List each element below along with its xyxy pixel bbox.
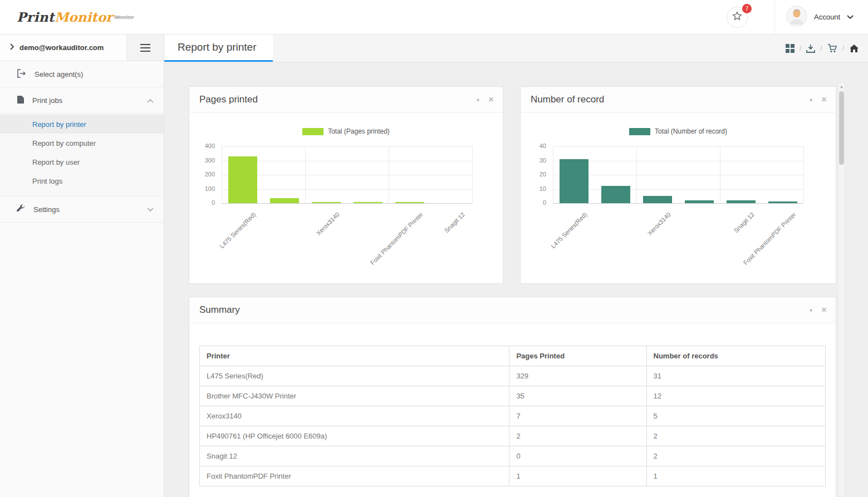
table-cell: 2 [646, 426, 825, 446]
column-header: Number of records [646, 346, 825, 366]
y-axis-tick: 30 [521, 157, 546, 164]
close-panel-icon[interactable]: ✕ [821, 96, 827, 104]
collapse-panel-icon[interactable]: ▾ [810, 97, 812, 103]
bar-snagit-12 [727, 200, 756, 203]
table-cell: 12 [646, 386, 825, 406]
cart-icon[interactable] [827, 44, 837, 53]
y-axis-tick: 400 [189, 142, 215, 149]
panel-pages-printed: Pages printed ▾ ✕ Total (Pages printed) [189, 86, 503, 284]
toolbar-separator: / [842, 45, 844, 52]
logo-text-monitor: Monitor [55, 9, 112, 24]
legend-label: Total (Pages printed) [328, 127, 390, 135]
pages-printed-chart: Total (Pages printed) L475 Series(Red)Xe… [189, 113, 503, 284]
scrollbar-thumb[interactable] [839, 91, 844, 165]
table-row: Xerox314075 [200, 406, 826, 426]
sidebar-item-label: Settings [33, 205, 139, 214]
bar-hp490761-hp-officejet-6000-e609a [354, 202, 382, 203]
layout: demo@workauditor.com Select agent(s) Pri… [0, 35, 868, 497]
panel-number-of-record: Number of record ▾ ✕ Total (Number of re… [520, 86, 836, 284]
bar-l475-series-red [228, 156, 257, 203]
sidebar-item-label: Select agent(s) [35, 70, 154, 78]
y-axis-tick: 10 [521, 185, 546, 192]
plot [222, 146, 472, 203]
account-email-label: demo@workauditor.com [19, 43, 104, 52]
gridline [553, 161, 803, 161]
gridline [222, 189, 472, 190]
sidebar: demo@workauditor.com Select agent(s) Pri… [0, 35, 164, 497]
menu-toggle-button[interactable] [127, 35, 164, 61]
bar-foxit-phantompdf-printer [768, 201, 797, 203]
x-axis-label: Xerox3140 [315, 211, 341, 237]
plot [553, 146, 803, 203]
star-icon [732, 11, 743, 23]
close-panel-icon[interactable]: ✕ [488, 96, 494, 104]
sidebar-item-report-by-computer[interactable]: Report by computer [0, 134, 164, 152]
gridline [553, 146, 803, 147]
y-axis-tick: 100 [189, 185, 215, 192]
table-cell: Xerox3140 [200, 406, 509, 426]
sidebar-item-settings[interactable]: Settings [0, 196, 164, 223]
vertical-scrollbar: ▲ [838, 82, 845, 497]
page-title: Report by printer [178, 41, 257, 53]
account-email[interactable]: demo@workauditor.com [0, 35, 127, 61]
avatar [786, 6, 807, 28]
topbar-right: 7 Account [727, 0, 868, 34]
gridline [553, 189, 803, 190]
home-icon[interactable] [849, 44, 859, 53]
charts-row: Pages printed ▾ ✕ Total (Pages printed) [189, 86, 868, 284]
column-header: Pages Printed [509, 346, 646, 366]
print-jobs-submenu: Report by printerReport by computerRepor… [0, 114, 164, 196]
sidebar-item-report-by-printer[interactable]: Report by printer [0, 115, 164, 134]
collapse-panel-icon[interactable]: ▾ [477, 97, 479, 103]
table-cell: 1 [646, 466, 825, 486]
collapse-panel-icon[interactable]: ▾ [810, 307, 812, 313]
dashboard-grid-icon[interactable] [786, 44, 795, 53]
summary-table: PrinterPages PrintedNumber of records L4… [199, 346, 826, 486]
x-axis-label: Snagit 12 [733, 211, 756, 234]
account-menu[interactable]: Account [774, 0, 868, 34]
sidebar-item-print-logs[interactable]: Print logs [0, 171, 164, 190]
sidebar-item-select-agents[interactable]: Select agent(s) [0, 61, 164, 87]
gridline [720, 146, 720, 203]
scroll-up-arrow[interactable]: ▲ [838, 83, 845, 90]
header-toolbar: / / / [786, 35, 859, 62]
y-axis-tick: 200 [189, 171, 215, 178]
table-cell: 2 [509, 426, 646, 446]
tab-report-by-printer[interactable]: Report by printer [164, 35, 273, 62]
table-cell: Foxit PhantomPDF Printer [200, 466, 509, 486]
table-cell: 329 [509, 366, 646, 386]
y-axis-tick: 0 [521, 199, 546, 206]
gridline [305, 146, 306, 203]
sidebar-item-report-by-user[interactable]: Report by user [0, 152, 164, 171]
sidebar-item-print-jobs[interactable]: Print jobs [0, 87, 164, 114]
table-cell: 7 [509, 406, 646, 426]
bar-hp490761-hp-officejet-6000-e609a [685, 200, 714, 203]
table-cell: 0 [509, 446, 646, 466]
x-axis-label: Xerox3140 [646, 211, 672, 237]
gridline [636, 146, 637, 203]
legend-swatch [629, 128, 650, 135]
legend-swatch [302, 128, 323, 135]
y-axis-tick: 300 [189, 157, 215, 164]
table-row: Foxit PhantomPDF Printer11 [200, 466, 826, 486]
x-axis-label: Foxit PhantomPDF Printer [369, 211, 424, 266]
legend-label: Total (Number of record) [655, 127, 727, 135]
panel-header: Summary ▾ ✕ [189, 297, 836, 323]
panel-header: Pages printed ▾ ✕ [189, 87, 503, 113]
close-panel-icon[interactable]: ✕ [821, 306, 827, 314]
gridline [222, 175, 472, 175]
chevron-down-icon [847, 13, 854, 21]
download-icon[interactable] [806, 44, 815, 53]
notifications-button[interactable]: 7 [727, 7, 748, 28]
table-cell: 1 [509, 466, 646, 486]
number-of-record-chart: Total (Number of record) L475 Series(Red… [521, 113, 836, 284]
app-logo: PrintMonitoriMonitor [0, 9, 134, 24]
panel-title: Number of record [531, 94, 810, 105]
bar-l475-series-red [560, 159, 589, 203]
x-axis-label: L475 Series(Red) [219, 211, 257, 249]
account-label: Account [814, 13, 840, 21]
document-icon [17, 95, 24, 106]
chevron-right-icon [10, 43, 14, 52]
x-axis-label: Snagit 12 [443, 211, 466, 234]
table-cell: 5 [646, 406, 825, 426]
